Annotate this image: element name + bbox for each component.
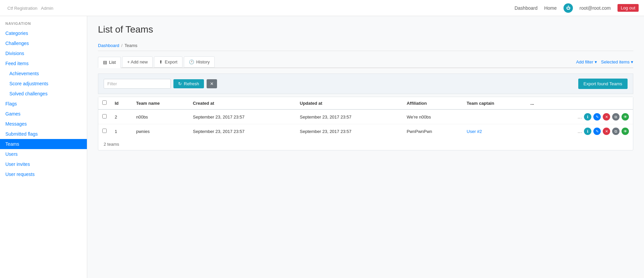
table-body: 2 n00bs September 23, 2017 23:57 Septemb…: [98, 109, 633, 138]
history-button[interactable]: 🕐 History: [184, 56, 215, 67]
user-icon: ⏻: [564, 3, 573, 13]
selected-items-label: Selected items: [601, 59, 630, 64]
row-checkbox-cell: [98, 124, 111, 139]
nav-label: Navigation: [0, 21, 87, 28]
row-affiliation: PwnPwnPwn: [402, 124, 463, 139]
sidebar-item-games[interactable]: Games: [0, 109, 87, 119]
breadcrumb: Dashboard / Teams: [98, 40, 633, 51]
sidebar-item-flags[interactable]: Flags: [0, 99, 87, 109]
sidebar-item-solved-challenges[interactable]: Solved challenges: [0, 89, 87, 99]
row-actions: ... ℹ ✎ ✕ ⧉ 👁: [530, 128, 629, 135]
toolbar: ▤ List + Add new ⬆ Export 🕐 History Add …: [98, 56, 633, 68]
sidebar-item-user-requests[interactable]: User requests: [0, 169, 87, 179]
col-actions: ...: [526, 97, 633, 109]
row-id: 1: [111, 124, 132, 139]
layout: Navigation Categories Challenges Divisio…: [0, 16, 644, 278]
select-all-checkbox[interactable]: [102, 100, 107, 105]
sidebar-item-categories[interactable]: Categories: [0, 28, 87, 38]
col-affiliation: Affiliation: [402, 97, 463, 109]
list-tab-button[interactable]: ▤ List: [98, 57, 121, 68]
team-captain-link[interactable]: User #2: [467, 129, 482, 134]
col-team-captain: Team captain: [463, 97, 526, 109]
more-options-icon[interactable]: ...: [578, 128, 582, 134]
export-label: Export: [165, 59, 177, 64]
sidebar-item-submitted-flags[interactable]: Submitted flags: [0, 129, 87, 139]
navbar: Ctf Registration Admin Dashboard Home ⏻ …: [0, 0, 644, 16]
close-icon: ✕: [210, 81, 214, 86]
table-header: Id Team name Created at Updated at Affil…: [98, 97, 633, 109]
teams-table-wrapper: Id Team name Created at Updated at Affil…: [98, 97, 633, 150]
sidebar-item-challenges[interactable]: Challenges: [0, 38, 87, 48]
row-team-name: pwnies: [132, 124, 189, 139]
delete-button[interactable]: ✕: [603, 128, 610, 135]
chevron-down-icon-2: ▾: [631, 59, 633, 64]
brand-sub: Admin: [41, 6, 53, 11]
row-updated-at: September 23, 2017 23:57: [296, 124, 403, 139]
col-updated-at: Updated at: [296, 97, 403, 109]
info-button[interactable]: ℹ: [584, 128, 591, 135]
brand-name: Ctf Registration: [7, 6, 38, 11]
row-updated-at: September 23, 2017 23:57: [296, 109, 403, 124]
edit-button[interactable]: ✎: [593, 128, 601, 135]
row-affiliation: We're n00bs: [402, 109, 463, 124]
sidebar-item-achievements[interactable]: Achievements: [0, 68, 87, 79]
logout-button[interactable]: Log out: [618, 4, 639, 12]
col-created-at: Created at: [189, 97, 296, 109]
export-icon: ⬆: [159, 59, 163, 64]
col-id: Id: [111, 97, 132, 109]
chevron-down-icon: ▾: [595, 59, 597, 64]
filter-input[interactable]: [104, 79, 171, 89]
row-actions-cell: ... ℹ ✎ ✕ ⧉ 👁: [526, 124, 633, 139]
row-actions-cell: ... ℹ ✎ ✕ ⧉ 👁: [526, 109, 633, 124]
list-icon: ▤: [103, 60, 107, 65]
row-team-captain: User #2: [463, 124, 526, 139]
row-checkbox[interactable]: [102, 129, 107, 133]
add-filter-button[interactable]: Add filter ▾: [576, 59, 597, 64]
sidebar-item-feed-items[interactable]: Feed items: [0, 58, 87, 68]
sidebar-item-divisions[interactable]: Divisions: [0, 48, 87, 58]
refresh-label: Refresh: [184, 81, 199, 86]
edit-button[interactable]: ✎: [593, 113, 601, 121]
refresh-icon: ↻: [178, 81, 182, 86]
add-new-button[interactable]: + Add new: [122, 56, 153, 67]
copy-button[interactable]: ⧉: [612, 113, 620, 121]
filter-row: ↻ Refresh ✕ Export found Teams: [98, 74, 633, 94]
list-label: List: [109, 60, 116, 65]
home-link[interactable]: Home: [544, 5, 556, 11]
export-button[interactable]: ⬆ Export: [154, 56, 182, 67]
sidebar-item-messages[interactable]: Messages: [0, 119, 87, 129]
row-checkbox[interactable]: [102, 114, 107, 119]
export-found-button[interactable]: Export found Teams: [578, 79, 628, 89]
row-actions: ... ℹ ✎ ✕ ⧉ 👁: [530, 113, 629, 121]
info-button[interactable]: ℹ: [584, 113, 591, 121]
more-options-icon[interactable]: ...: [578, 114, 582, 120]
clear-filter-button[interactable]: ✕: [207, 79, 217, 88]
dashboard-link[interactable]: Dashboard: [515, 5, 538, 11]
toolbar-right: Add filter ▾ Selected items ▾: [576, 59, 633, 64]
view-button[interactable]: 👁: [622, 113, 629, 121]
app-brand: Ctf Registration Admin: [5, 5, 53, 11]
sidebar-item-score-adjustments[interactable]: Score adjustments: [0, 79, 87, 89]
delete-button[interactable]: ✕: [603, 113, 610, 121]
user-email: root@root.com: [580, 5, 611, 11]
breadcrumb-separator: /: [121, 43, 123, 48]
breadcrumb-dashboard[interactable]: Dashboard: [98, 43, 119, 48]
row-id: 2: [111, 109, 132, 124]
row-created-at: September 23, 2017 23:57: [189, 109, 296, 124]
history-icon: 🕐: [189, 59, 194, 64]
select-all-header: [98, 97, 111, 109]
copy-button[interactable]: ⧉: [612, 128, 620, 135]
history-label: History: [196, 59, 210, 64]
refresh-button[interactable]: ↻ Refresh: [173, 79, 204, 88]
sidebar-item-users[interactable]: Users: [0, 149, 87, 159]
table-footer: 2 teams: [98, 138, 633, 150]
sidebar-item-user-invites[interactable]: User invites: [0, 159, 87, 169]
main-content: List of Teams Dashboard / Teams ▤ List +…: [87, 16, 644, 278]
add-filter-label: Add filter: [576, 59, 593, 64]
selected-items-button[interactable]: Selected items ▾: [601, 59, 633, 64]
sidebar-item-teams[interactable]: Teams: [0, 139, 87, 149]
col-team-name: Team name: [132, 97, 189, 109]
row-team-name: n00bs: [132, 109, 189, 124]
view-button[interactable]: 👁: [622, 128, 629, 135]
table-row: 2 n00bs September 23, 2017 23:57 Septemb…: [98, 109, 633, 124]
